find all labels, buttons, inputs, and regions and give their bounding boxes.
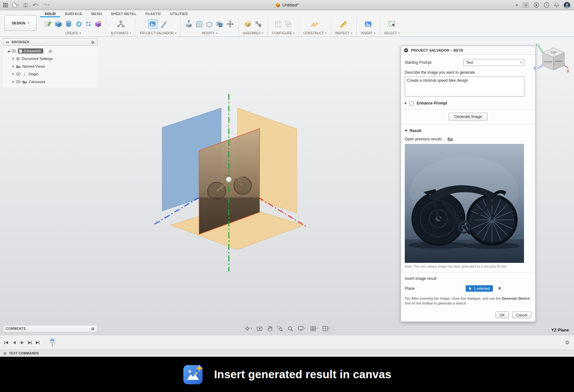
enhance-prompt-checkbox[interactable] — [410, 101, 414, 105]
inspect-menu[interactable]: INSPECT▾ — [335, 31, 352, 37]
tree-item-canvases[interactable]: Canvases — [3, 78, 97, 86]
tab-utilities[interactable]: UTILITIES — [166, 10, 192, 17]
browser-header[interactable]: BROWSER ⊖ — [3, 38, 97, 46]
visibility-eye-icon[interactable] — [16, 80, 21, 83]
close-icon[interactable]: × — [515, 3, 518, 7]
extrude-icon[interactable] — [54, 20, 62, 28]
workspace-selector[interactable]: DESIGN ▾ — [4, 15, 37, 31]
new-tab-icon[interactable]: + — [523, 2, 529, 8]
skip-to-start-icon[interactable] — [4, 340, 9, 345]
viewports-button[interactable]: ▾ — [322, 326, 330, 331]
notifications-bell-icon[interactable] — [554, 2, 559, 8]
user-avatar[interactable] — [564, 2, 570, 8]
torus-icon[interactable] — [75, 20, 83, 28]
cancel-button[interactable]: Cancel — [512, 312, 531, 318]
assemble-menu[interactable]: ASSEMBLE▾ — [243, 31, 263, 37]
canvas-feature-marker[interactable] — [49, 338, 55, 347]
tab-plastic[interactable]: PLASTIC — [141, 10, 166, 17]
play-icon[interactable] — [20, 340, 24, 345]
generate-sketch-icon[interactable] — [160, 20, 168, 28]
comments-bar[interactable]: COMMENTS ⊖ — [3, 325, 97, 332]
tab-solid[interactable]: SOLID — [40, 10, 60, 17]
activate-target-icon[interactable]: ◎ — [48, 49, 52, 54]
insert-image-icon[interactable] — [364, 20, 372, 28]
modify-menu[interactable]: MODIFY▾ — [202, 31, 217, 37]
file-menu-button[interactable]: ▾ — [12, 3, 19, 7]
expander-icon[interactable] — [12, 57, 14, 60]
visibility-eye-icon[interactable] — [16, 72, 21, 76]
pattern-icon[interactable] — [85, 21, 92, 27]
origin-point[interactable] — [226, 177, 232, 182]
timeline-settings-gear-icon[interactable]: ⚙ — [565, 340, 574, 345]
app-grid-icon[interactable] — [3, 3, 8, 7]
panel-minimize-icon[interactable]: ⊖ — [91, 327, 95, 331]
display-settings-button[interactable]: ▾ — [298, 326, 305, 331]
starting-prompt-select[interactable]: Text ▾ — [463, 59, 524, 66]
step-back-icon[interactable] — [12, 340, 16, 345]
insert-menu[interactable]: INSERT▾ — [361, 31, 376, 37]
extensions-icon[interactable] — [534, 2, 539, 8]
open-results-folder-icon[interactable] — [447, 137, 453, 141]
move-icon[interactable] — [226, 20, 234, 28]
automate-icon[interactable] — [117, 20, 125, 28]
generate-image-icon[interactable] — [148, 19, 158, 29]
tree-item-document-settings[interactable]: ⚙ Document Settings — [3, 55, 97, 63]
joint-icon[interactable] — [254, 20, 262, 28]
ok-button[interactable]: OK — [495, 312, 509, 318]
cylinder-icon[interactable] — [65, 20, 72, 28]
configuration-table-icon[interactable] — [274, 20, 282, 28]
tree-item-origin[interactable]: Origin — [3, 70, 97, 78]
orbit-button[interactable]: ▾ — [244, 326, 252, 331]
view-cube[interactable]: Y TOP FRONT RIGHT X Z — [532, 43, 570, 76]
clear-selection-icon[interactable]: × — [498, 286, 501, 291]
expander-open-icon[interactable]: ◢ — [7, 50, 10, 53]
grid-snaps-button[interactable]: ▾ — [310, 326, 318, 331]
panel-minimize-icon[interactable]: ⊖ — [91, 40, 95, 44]
configuration-variants-icon[interactable] — [285, 20, 292, 28]
look-at-button[interactable] — [257, 326, 262, 331]
measure-icon[interactable] — [339, 20, 348, 28]
tab-surface[interactable]: SURFACE — [60, 10, 87, 17]
new-component-icon[interactable] — [244, 20, 252, 28]
undo-button[interactable]: ↶ ▾ — [33, 3, 39, 7]
step-forward-icon[interactable] — [28, 340, 32, 345]
automate-menu[interactable]: AUTOMATE▾ — [111, 31, 131, 37]
expand-arrow-icon[interactable] — [405, 102, 407, 104]
redo-button[interactable]: ↷ ▾ — [44, 3, 50, 7]
zoom-button[interactable] — [287, 326, 293, 331]
generate-image-button[interactable]: Generate Image — [449, 113, 487, 121]
skip-to-end-icon[interactable] — [35, 340, 40, 345]
prompt-input[interactable]: Create a minimal speed bike design — [405, 77, 524, 96]
project-salvador-menu[interactable]: PROJECT SALVADOR▾ — [140, 31, 176, 37]
fillet-icon[interactable] — [195, 20, 203, 28]
dialog-header[interactable]: PROJECT SALVADOR – BETA — [401, 46, 535, 54]
panel-collapse-icon[interactable] — [404, 48, 408, 53]
save-icon[interactable] — [23, 3, 28, 7]
construct-menu[interactable]: CONSTRUCT▾ — [303, 31, 327, 37]
tree-item-named-views[interactable]: Named Views — [3, 63, 97, 70]
text-commands-bar[interactable]: ⊕ TEXT COMMANDS — [0, 350, 574, 357]
tab-sheet-metal[interactable]: SHEET METAL — [106, 10, 141, 17]
create-menu[interactable]: CREATE▾ — [65, 31, 81, 37]
expander-icon[interactable] — [12, 65, 14, 68]
expander-icon[interactable] — [12, 73, 14, 75]
result-section-header[interactable]: Result — [405, 129, 531, 133]
form-icon[interactable] — [94, 20, 102, 28]
construction-plane-icon[interactable] — [310, 20, 319, 28]
tab-mesh[interactable]: MESH — [87, 10, 106, 17]
pan-button[interactable] — [267, 326, 272, 331]
visibility-eye-icon[interactable] — [12, 49, 16, 53]
select-menu[interactable]: SELECT▾ — [384, 31, 400, 37]
combine-icon[interactable] — [216, 20, 223, 28]
plane-selection-button[interactable]: 1 selected — [466, 285, 493, 292]
shell-icon[interactable] — [205, 20, 213, 28]
tree-item-root[interactable]: ◢ (Unsaved) ◎ — [3, 47, 97, 55]
press-pull-icon[interactable] — [185, 20, 193, 28]
root-document-pill[interactable]: (Unsaved) — [18, 48, 43, 54]
select-box-icon[interactable] — [388, 20, 396, 28]
create-sketch-icon[interactable] — [44, 20, 52, 28]
generated-result-image[interactable] — [405, 144, 524, 263]
configure-menu[interactable]: CONFIGURE▾ — [272, 31, 295, 37]
zoom-window-button[interactable] — [277, 326, 283, 331]
expander-icon[interactable] — [12, 80, 14, 83]
